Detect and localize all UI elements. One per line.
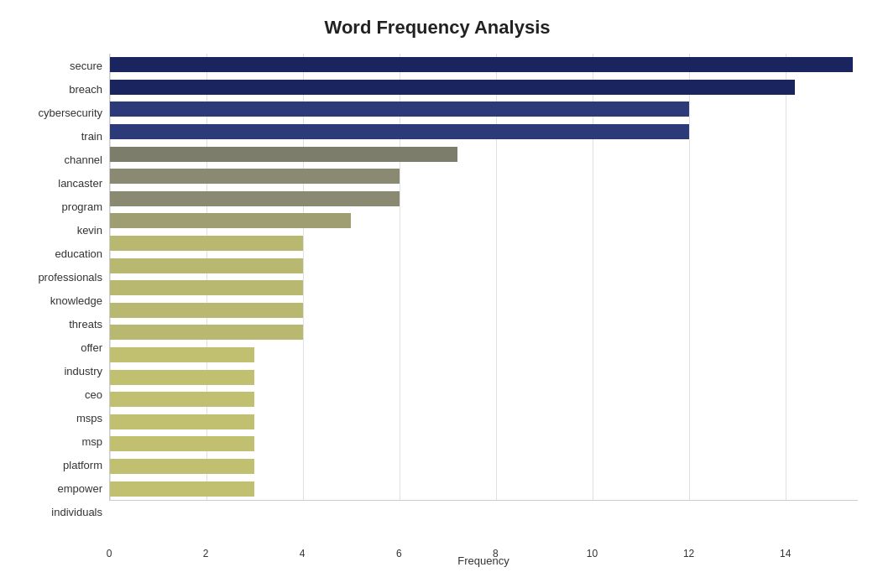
bar-row (110, 189, 858, 209)
y-label: secure (70, 55, 102, 75)
x-tick-label: 4 (300, 548, 306, 559)
bar (110, 213, 351, 228)
x-tick-label: 2 (203, 548, 209, 559)
bar (110, 436, 254, 451)
bar-row (110, 233, 858, 253)
bar (110, 459, 254, 474)
bar (110, 101, 689, 117)
y-label: offer (81, 338, 102, 358)
y-label: lancaster (58, 173, 102, 193)
bar-row (110, 77, 858, 97)
bar (110, 147, 457, 162)
y-label: program (62, 196, 102, 216)
bar-row (110, 256, 858, 276)
bar (110, 303, 303, 318)
bar-row (110, 389, 858, 409)
bar-row (110, 434, 858, 454)
x-axis-title: Frequency (109, 554, 858, 567)
y-label: msps (76, 408, 102, 429)
chart-container: Word Frequency Analysis securebreachcybe… (0, 0, 883, 588)
y-label: industry (64, 362, 102, 382)
y-label: threats (69, 315, 102, 335)
bar-row (110, 412, 858, 432)
y-label: platform (63, 455, 102, 476)
y-label: professionals (38, 267, 102, 287)
x-tick-label: 8 (493, 548, 499, 559)
y-label: train (81, 126, 102, 146)
chart-area: securebreachcybersecuritytrainchannellan… (17, 54, 858, 524)
bar (110, 370, 254, 385)
chart-title: Word Frequency Analysis (17, 17, 858, 39)
bar-row (110, 367, 858, 388)
bar (110, 236, 303, 251)
y-label: ceo (85, 385, 102, 405)
bar (110, 80, 795, 95)
x-tick-label: 10 (587, 548, 598, 559)
bar-row (110, 345, 858, 365)
bar (110, 258, 303, 273)
bar-row (110, 99, 858, 119)
y-label: empower (58, 479, 102, 499)
x-tick-label: 12 (683, 548, 694, 559)
bar-row (110, 144, 858, 164)
bar (110, 325, 303, 340)
bar (110, 124, 689, 139)
x-tick-label: 14 (780, 548, 791, 559)
y-label: cybersecurity (38, 102, 102, 122)
bars-area (109, 54, 858, 501)
bar-row (110, 300, 858, 320)
bar (110, 392, 254, 407)
y-label: kevin (77, 220, 102, 240)
x-tick-label: 0 (107, 548, 112, 559)
x-tick-label: 6 (396, 548, 402, 559)
bar (110, 347, 254, 362)
bar (110, 169, 400, 184)
bar-row (110, 211, 858, 231)
y-labels: securebreachcybersecuritytrainchannellan… (17, 54, 109, 524)
y-label: channel (64, 149, 102, 169)
y-label: individuals (51, 502, 102, 523)
bar-row (110, 456, 858, 476)
bar-row (110, 166, 858, 186)
bar-row (110, 278, 858, 298)
y-label: msp (81, 432, 102, 452)
bar (110, 191, 400, 206)
y-label: knowledge (50, 290, 102, 310)
bar (110, 414, 254, 429)
bar-row (110, 122, 858, 142)
bar (110, 57, 853, 72)
bar (110, 481, 254, 497)
bar-row (110, 322, 858, 342)
bar-row (110, 479, 858, 499)
bar-row (110, 55, 858, 75)
bar (110, 280, 303, 295)
y-label: breach (69, 79, 102, 99)
y-label: education (55, 243, 102, 263)
